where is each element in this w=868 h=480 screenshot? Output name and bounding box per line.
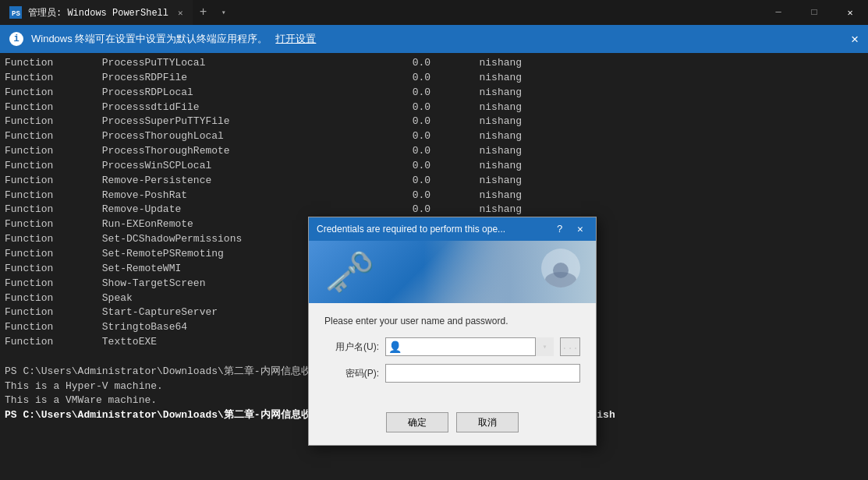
credentials-dialog: Credentials are required to perform this… <box>308 217 597 446</box>
username-dropdown-button[interactable]: ▾ <box>535 337 554 356</box>
dialog-help-icon[interactable]: ? <box>552 221 568 237</box>
password-field: 密码(P): <box>324 364 580 383</box>
username-input-wrap: 👤 ▾ <box>385 337 554 356</box>
terminal-line: Function ProcessThoroughRemote 0.0 nisha… <box>5 144 863 159</box>
dialog-content: Please enter your user name and password… <box>309 303 596 403</box>
username-input[interactable] <box>385 337 554 356</box>
username-label: 用户名(U): <box>324 341 379 354</box>
terminal-line: Function ProcessPuTTYLocal 0.0 nishang <box>5 56 863 71</box>
username-field: 用户名(U): 👤 ▾ ... <box>324 337 580 356</box>
new-tab-button[interactable]: + <box>193 0 214 25</box>
terminal-line: Function ProcessRDPFile 0.0 nishang <box>5 71 863 86</box>
titlebar: PS 管理员: Windows PowerShell ✕ + ▾ ─ □ ✕ <box>0 0 868 25</box>
password-input[interactable] <box>385 364 580 383</box>
tab-close-icon[interactable]: ✕ <box>178 8 183 18</box>
window-controls: ─ □ ✕ <box>760 0 868 25</box>
terminal-line: Function ProcessThoroughLocal 0.0 nishan… <box>5 129 863 144</box>
ok-button[interactable]: 确定 <box>386 412 448 432</box>
dialog-title: Credentials are required to perform this… <box>317 224 505 235</box>
user-silhouette <box>541 249 580 288</box>
maximize-button[interactable]: □ <box>796 0 832 25</box>
dialog-title-icons: ? ✕ <box>552 221 588 237</box>
terminal-line: Function Remove-PoshRat 0.0 nishang <box>5 189 863 203</box>
dialog-buttons: 确定 取消 <box>370 403 534 445</box>
cancel-button[interactable]: 取消 <box>456 412 519 432</box>
tab-dropdown-button[interactable]: ▾ <box>214 0 233 25</box>
terminal-line: Function ProcessRDPLocal 0.0 nishang <box>5 86 863 101</box>
terminal-line: Function Remove-Update 0.0 nishang <box>5 203 863 217</box>
ps-icon: PS <box>9 6 22 19</box>
dialog-body: 🗝️ Please enter your user name and passw… <box>309 241 596 445</box>
terminal-line: Function ProcessWinSCPLocal 0.0 nishang <box>5 159 863 174</box>
infobar: i Windows 终端可在设置中设置为默认终端应用程序。 打开设置 ✕ <box>0 25 868 53</box>
terminal-line: Function ProcessSuperPuTTYFile 0.0 nisha… <box>5 115 863 129</box>
dialog-banner: 🗝️ <box>309 241 596 303</box>
terminal-line: Function ProcesssdtidFile 0.0 nishang <box>5 101 863 115</box>
dialog-prompt-text: Please enter your user name and password… <box>324 316 580 326</box>
powershell-tab[interactable]: PS 管理员: Windows PowerShell ✕ <box>0 0 193 25</box>
username-icon: 👤 <box>388 341 402 354</box>
infobar-close-button[interactable]: ✕ <box>851 31 859 47</box>
infobar-settings-link[interactable]: 打开设置 <box>275 32 316 46</box>
terminal-line: Function Remove-Persistence 0.0 nishang <box>5 174 863 189</box>
close-button[interactable]: ✕ <box>832 0 868 25</box>
info-icon: i <box>9 32 23 46</box>
tab-label: 管理员: Windows PowerShell <box>28 6 168 19</box>
dialog-close-icon[interactable]: ✕ <box>572 221 588 237</box>
password-label: 密码(P): <box>324 367 379 380</box>
terminal-content[interactable]: Function ProcessPuTTYLocal 0.0 nishang F… <box>0 53 868 480</box>
dialog-titlebar: Credentials are required to perform this… <box>309 217 596 241</box>
username-browse-button[interactable]: ... <box>560 337 580 356</box>
key-icon: 🗝️ <box>324 249 375 298</box>
minimize-button[interactable]: ─ <box>760 0 796 25</box>
infobar-message: Windows 终端可在设置中设置为默认终端应用程序。 <box>31 32 267 46</box>
svg-text:PS: PS <box>12 10 20 18</box>
